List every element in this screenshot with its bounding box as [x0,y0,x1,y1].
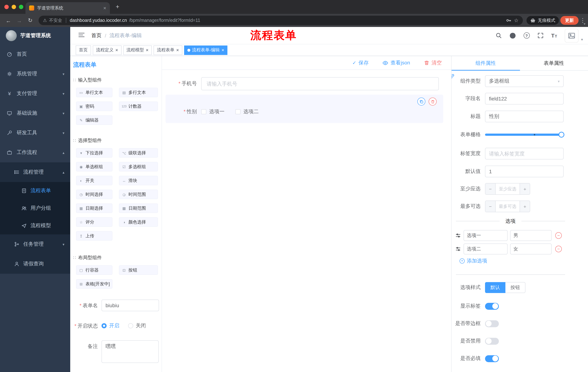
palette-item-select[interactable]: ▾下拉选择 [76,148,112,158]
close-icon[interactable]: × [146,48,148,53]
checkbox-option2[interactable]: 选项二 [235,108,259,115]
option-label-input[interactable] [463,244,508,255]
sidebar-item-task-management[interactable]: 任务管理 ▾ [0,234,70,254]
sidebar-item-home[interactable]: 首页 [0,44,70,64]
address-bar[interactable]: ⚠ 不安全 dashboard.yudao.iocoder.cn /bpm/ma… [39,16,523,25]
tab-close-icon[interactable]: × [103,5,106,11]
border-switch[interactable] [485,320,499,327]
window-zoom-button[interactable] [19,5,23,9]
show-label-switch[interactable] [485,303,499,309]
tag-home[interactable]: 首页 [76,45,91,55]
style-button-button[interactable]: 按钮 [505,282,525,293]
drag-handle-icon[interactable] [455,233,461,238]
fullscreen-icon[interactable] [537,32,543,39]
default-value-input[interactable] [485,166,564,177]
sidebar-item-system[interactable]: 系统管理 ▾ [0,64,70,84]
github-icon[interactable] [509,32,516,39]
reload-button[interactable]: ↻ [25,17,35,24]
palette-item-table[interactable]: ⊞表格[开发中] [76,279,112,289]
tag-process-form-edit[interactable]: 流程表单-编辑 × [184,45,228,55]
sidebar-item-devtools[interactable]: 研发工具 ▾ [0,123,70,143]
sidebar-item-infrastructure[interactable]: 基础设施 ▾ [0,103,70,123]
toolbar-caret-icon[interactable]: ▾ [584,22,586,26]
new-tab-button[interactable]: + [116,3,119,11]
form-grid-slider[interactable] [485,129,564,140]
drag-handle-icon[interactable] [455,246,461,252]
browser-tab[interactable]: 芋道管理系统 × [25,2,110,14]
search-icon[interactable] [495,32,502,39]
avatar[interactable] [565,29,578,43]
palette-item-button[interactable]: ⊡按钮 [119,265,158,275]
password-key-icon[interactable] [506,18,512,23]
avatar-caret-icon[interactable]: ▾ [581,37,583,41]
status-on-radio[interactable]: 开启 [102,322,119,329]
close-icon[interactable]: × [115,48,118,53]
title-input[interactable] [485,111,564,122]
save-button[interactable]: ✓ 保存 [352,60,369,66]
breadcrumb-home[interactable]: 首页 [91,32,102,39]
slider-handle[interactable] [558,132,564,138]
remove-option-button[interactable]: − [555,246,562,252]
option-value-input[interactable] [510,244,552,255]
tag-process-model[interactable]: 流程模型 × [123,45,152,55]
decrease-button[interactable]: − [485,183,496,194]
palette-item-time-range[interactable]: ◶时间范围 [119,190,158,199]
bookmark-star-icon[interactable]: ☆ [514,18,518,23]
phone-input[interactable] [201,77,439,90]
palette-item-multi-text[interactable]: ▤多行文本 [119,88,158,97]
form-name-input[interactable] [102,299,159,311]
tab-form-props[interactable]: 表单属性 [520,56,588,70]
palette-item-color-picker[interactable]: ◑颜色选择 [119,217,158,227]
palette-item-slider[interactable]: ↔滑块 [119,176,158,185]
update-button[interactable]: 更新 [560,16,578,25]
increase-button[interactable]: + [520,201,530,212]
status-off-radio[interactable]: 关闭 [128,322,146,329]
option-label-input[interactable] [463,230,508,241]
hamburger-icon[interactable] [78,32,85,39]
sidebar-item-workflow[interactable]: 工作流程 ▴ [0,143,70,162]
palette-item-checkbox-group[interactable]: ☑多选框组 [119,162,158,171]
window-minimize-button[interactable] [12,5,16,9]
tab-component-props[interactable]: 组件属性 [452,56,520,70]
decrease-button[interactable]: − [485,201,496,212]
palette-item-cascader[interactable]: ⌥级联选择 [119,148,158,158]
palette-item-counter[interactable]: 123计数器 [119,102,158,111]
copy-component-button[interactable] [417,97,425,106]
sidebar-item-process-form[interactable]: 流程表单 [0,182,70,200]
delete-component-button[interactable] [429,97,437,106]
checkbox-option1[interactable]: 选项一 [201,108,224,115]
selected-component[interactable]: *性别 选项一 选项二 [166,95,443,123]
view-json-button[interactable]: 查看json [383,60,410,66]
sidebar-item-user-group[interactable]: 用户分组 [0,200,70,217]
palette-item-switch[interactable]: ◐开关 [76,176,112,185]
increase-button[interactable]: + [520,183,530,194]
back-button[interactable]: ← [4,17,13,23]
palette-item-radio-group[interactable]: ◉单选框组 [76,162,112,171]
sidebar-item-payment[interactable]: ¥ 支付管理 ▾ [0,84,70,103]
palette-item-time-picker[interactable]: ◷时间选择 [76,190,112,199]
help-icon[interactable]: ? [524,32,530,39]
sidebar-item-process-management[interactable]: 流程管理 ▴ [0,162,70,182]
option-value-input[interactable] [510,230,552,241]
palette-item-date-picker[interactable]: ▦日期选择 [76,203,112,213]
palette-item-upload[interactable]: ↥上传 [76,231,112,241]
palette-item-single-text[interactable]: ▭单行文本 [76,88,112,97]
style-default-button[interactable]: 默认 [485,282,505,293]
field-name-input[interactable] [485,93,564,105]
sidebar-item-process-model[interactable]: 流程模型 [0,217,70,234]
tag-process-definition[interactable]: 流程定义 × [93,45,121,55]
forward-button[interactable]: → [15,17,24,23]
remove-option-button[interactable]: − [555,232,562,239]
sidebar-item-leave-query[interactable]: 请假查询 [0,254,70,274]
palette-item-editor[interactable]: ✎编辑器 [76,115,112,125]
clear-button[interactable]: 清空 [424,60,442,66]
close-icon[interactable]: × [221,48,224,53]
security-warning-icon[interactable]: ⚠ [43,18,47,23]
font-size-icon[interactable]: TT [551,33,557,38]
link-field-icon[interactable] [451,73,455,79]
add-option-button[interactable]: + 添加选项 [460,257,487,265]
palette-item-row-container[interactable]: ▢行容器 [76,265,112,275]
label-width-input[interactable] [485,148,564,159]
window-close-button[interactable] [4,5,9,9]
tag-process-form[interactable]: 流程表单 × [154,45,182,55]
